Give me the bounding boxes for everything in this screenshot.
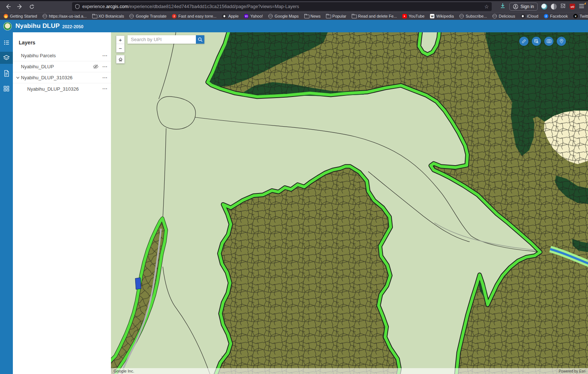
flame-icon [4,14,8,18]
locate-tool-button[interactable] [557,37,566,46]
layers-icon [3,54,10,61]
letter-icon: f [544,14,548,18]
app-menu-icon[interactable] [579,3,584,10]
bookmark-item[interactable]: Read and delete Fe... [352,14,397,18]
attribute-query-icon [534,39,539,44]
layers-panel-title: Layers [19,40,111,46]
bookmark-item[interactable]: https://aax-us-iad.a... [43,14,87,18]
menu-notification-badge [584,2,586,4]
bookmark-item[interactable]: Google Translate [129,14,166,18]
visibility-hidden-icon[interactable] [93,64,99,69]
layer-options-menu-icon[interactable]: ••• [103,76,108,80]
layer-row[interactable]: Nyabihu Parcels••• [13,50,111,61]
browser-toolbar: experience.arcgis.com/experience/dbdae81… [0,1,588,12]
measure-icon [521,39,527,44]
sign-in-label: Sign in [520,4,534,9]
bookmark-item[interactable]: fFast and easy torre... [172,14,216,18]
sidebar-widget-apps-grid[interactable] [0,83,13,95]
layer-row[interactable]: Nyabihu_DLUP_310326••• [13,83,111,94]
map-viewport[interactable]: + − Google Inc. Powered by Esri [111,32,588,374]
bookmark-label: YouTube [409,14,424,18]
sidebar-widget-legend-list[interactable] [0,36,13,48]
bookmark-item[interactable]: Apple [222,14,239,18]
bookmark-item[interactable]: Popular [326,14,346,18]
bookmark-label: Delicious [499,14,515,18]
layer-label: Nyabihu Parcels [21,53,111,58]
youtube-icon [402,14,407,18]
bookmark-item[interactable]: YouTube [402,14,424,18]
attribute-query-tool-button[interactable] [532,37,541,46]
globe-icon [43,14,47,18]
globe-icon [459,14,464,18]
globe-icon [492,14,497,18]
bookmark-label: XO Botanicals [98,14,124,18]
bookmark-item[interactable]: Subscribe... [459,14,487,18]
bookmark-label: Fast and easy torre... [178,14,216,18]
bookmark-star-icon[interactable]: ☆ [484,4,489,9]
attribution-esri[interactable]: Powered by Esri [559,369,585,373]
toolbar-right-controls: Sign in uO [500,3,584,11]
sign-in-button[interactable]: Sign in [509,3,538,11]
bookmark-label: Subscribe... [466,14,487,18]
zoom-in-button[interactable]: + [116,36,125,44]
zoom-out-button[interactable]: − [116,44,125,52]
zoom-controls: + − [116,36,125,52]
letter-icon: W [430,14,434,18]
bookmark-label: News [311,14,321,18]
folder-icon [352,14,356,18]
bookmark-label: Facebook [550,14,568,18]
downloads-icon[interactable] [500,3,506,10]
url-path: /experience/dbdae8124ed7447ba4dd1c3ca215… [128,4,299,9]
sidebar-widget-layers[interactable] [0,52,13,64]
bookmark-item[interactable]: Delicious [492,14,515,18]
extension-icon[interactable] [551,4,557,10]
extensions-puzzle-icon[interactable] [560,3,566,10]
letter-icon: X [573,14,578,18]
bookmark-label: Getting Started [10,14,37,18]
layer-options-menu-icon[interactable]: ••• [103,87,108,91]
bookmark-item[interactable]: XO Botanicals [92,14,124,18]
bookmark-item[interactable]: Y!Yahoo! [244,14,263,18]
tracking-shield-icon[interactable] [75,4,80,9]
bookmark-label: Google Maps [275,14,298,18]
url-bar[interactable]: experience.arcgis.com/experience/dbdae81… [72,2,492,11]
sidebar-widget-report-document[interactable] [0,67,13,79]
swipe-tool-button[interactable] [544,37,553,46]
bookmark-item[interactable]: iCloud [521,14,538,18]
measure-tool-button[interactable] [519,37,528,46]
landuse-map-graphic [111,32,588,374]
forward-button[interactable] [15,3,24,11]
search-button[interactable] [196,35,204,44]
bookmark-label: Read and delete Fe... [358,14,397,18]
extension-icon[interactable] [541,4,547,10]
layer-options-menu-icon[interactable]: ••• [103,65,108,69]
bookmark-label: Apple [228,14,239,18]
bookmark-item[interactable]: WWikipedia [430,14,454,18]
back-button[interactable] [4,3,12,11]
layer-row[interactable]: Nyabihu_DLUP••• [13,61,111,72]
map-attribution: Google Inc. Powered by Esri [111,368,588,374]
bookmark-item[interactable]: Google Maps [268,14,298,18]
layers-panel: Layers Nyabihu Parcels•••Nyabihu_DLUP•••… [13,32,111,374]
search-input[interactable] [128,35,196,44]
reload-button[interactable] [27,3,36,11]
rwanda-emblem-logo [3,22,12,30]
ublock-shield-icon[interactable]: uO [570,4,575,10]
layer-row[interactable]: Nyabihu_DLUP_310326••• [13,72,111,83]
bookmark-item[interactable]: News [304,14,321,18]
layer-options-menu-icon[interactable]: ••• [103,54,108,58]
bookmarks-bar: Getting Startedhttps://aax-us-iad.a...XO… [0,12,588,20]
report-document-icon [4,70,10,77]
bookmark-item[interactable]: fFacebook [544,14,568,18]
bookmark-label: iCloud [527,14,538,18]
bookmark-item[interactable]: Getting Started [4,14,37,18]
folder-icon [326,14,330,18]
layer-label: Nyabihu_DLUP_310326 [27,86,111,92]
upi-search [128,35,204,44]
widget-sidebar [0,32,13,374]
bookmark-item[interactable]: XTwitter [573,14,588,18]
globe-icon [129,14,134,18]
url-host: arcgis.com [106,4,128,9]
home-extent-button[interactable] [116,55,125,63]
chevron-down-icon[interactable] [16,76,20,80]
